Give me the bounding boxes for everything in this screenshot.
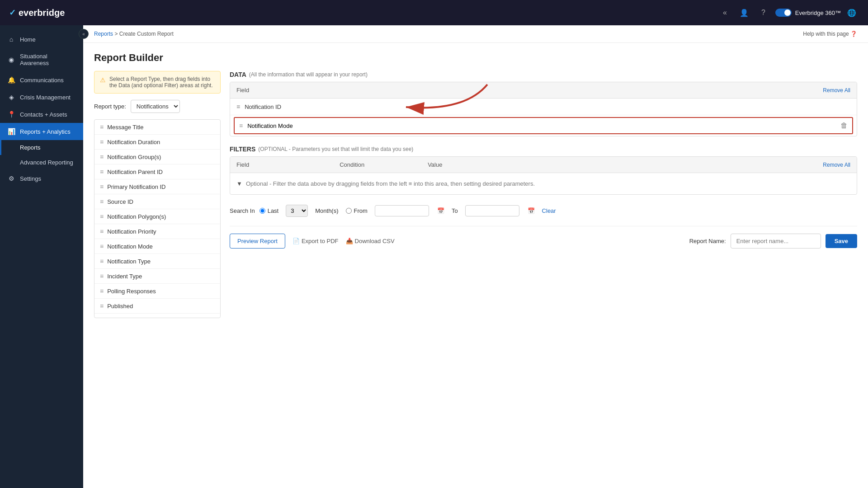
field-label: Primary Notification ID (107, 183, 165, 190)
radio-from-option[interactable]: From (346, 207, 368, 214)
situational-awareness-icon: ◉ (7, 56, 15, 63)
last-value-select[interactable]: 1 2 3 6 12 (286, 205, 308, 217)
field-item-published-to[interactable]: ≡ Published to (94, 314, 220, 318)
breadcrumb: Reports > Create Custom Report Help with… (83, 25, 868, 43)
report-type-select[interactable]: Notifications Contacts Events Assets (131, 100, 180, 113)
filters-remove-all-button[interactable]: Remove All (823, 162, 850, 168)
data-table: Field Remove All ≡ Notification ID ≡ Not… (230, 82, 857, 136)
to-date-input[interactable] (465, 205, 519, 216)
user-button[interactable]: 👤 (737, 7, 751, 19)
radio-group: Last 1 2 3 6 12 Month(s) (259, 205, 556, 217)
field-label: Notification Type (107, 258, 151, 265)
field-label: Published (107, 303, 133, 310)
field-item-polling-responses[interactable]: ≡ Polling Responses (94, 284, 220, 299)
topbar-right: « 👤 ? Everbridge 360™ 🌐 (720, 7, 859, 19)
sidebar-collapse-button[interactable]: « (79, 29, 89, 39)
field-label: Polling Responses (107, 288, 156, 295)
data-remove-all-button[interactable]: Remove All (823, 87, 850, 94)
sidebar-item-communications[interactable]: 🔔 Communications (0, 71, 83, 89)
field-item-notification-parent-id[interactable]: ≡ Notification Parent ID (94, 164, 220, 179)
sidebar-item-settings[interactable]: ⚙ Settings (0, 170, 83, 187)
clear-button[interactable]: Clear (542, 207, 556, 214)
sidebar-item-home[interactable]: ⌂ Home (0, 31, 83, 48)
sidebar-item-reports-analytics[interactable]: 📊 Reports + Analytics (0, 123, 83, 140)
field-item-notification-groups[interactable]: ≡ Notification Group(s) (94, 150, 220, 164)
field-item-published[interactable]: ≡ Published (94, 299, 220, 314)
sidebar-item-situational-awareness[interactable]: ◉ Situational Awareness (0, 48, 83, 71)
radio-from-input[interactable] (346, 208, 352, 214)
radio-last-option[interactable]: Last (259, 207, 279, 214)
crisis-management-icon: ◈ (7, 94, 15, 101)
info-text: Select a Report Type, then drag fields i… (109, 76, 215, 89)
home-icon: ⌂ (7, 36, 15, 43)
toggle-switch[interactable] (775, 9, 792, 17)
sidebar-item-situational-awareness-label: Situational Awareness (20, 53, 76, 66)
sidebar: « ⌂ Home ◉ Situational Awareness 🔔 Commu… (0, 25, 83, 488)
field-label: Source ID (107, 198, 133, 205)
back-button[interactable]: « (720, 7, 730, 19)
breadcrumb-parent[interactable]: Reports (94, 31, 113, 37)
delete-row-button[interactable]: 🗑 (840, 122, 848, 130)
filters-section-header: FILTERS (OPTIONAL - Parameters you set t… (230, 145, 857, 153)
field-item-notification-duration[interactable]: ≡ Notification Duration (94, 135, 220, 150)
builder-layout: ⚠ Select a Report Type, then drag fields… (94, 71, 857, 318)
reports-analytics-icon: 📊 (7, 128, 15, 135)
page-title: Report Builder (94, 52, 857, 64)
months-label: Month(s) (315, 207, 338, 214)
communications-icon: 🔔 (7, 76, 15, 84)
info-box: ⚠ Select a Report Type, then drag fields… (94, 71, 221, 94)
sidebar-item-crisis-management[interactable]: ◈ Crisis Management (0, 89, 83, 106)
topbar: ✓ everbridge « 👤 ? Everbridge 360™ 🌐 (0, 0, 868, 25)
globe-icon[interactable]: 🌐 (844, 7, 859, 19)
help-button[interactable]: ? (759, 7, 768, 19)
field-list: ≡ Message Title ≡ Notification Duration … (94, 119, 221, 318)
report-name-label: Report Name: (689, 238, 726, 244)
field-item-notification-priority[interactable]: ≡ Notification Priority (94, 224, 220, 239)
drag-icon: ≡ (100, 317, 104, 318)
sidebar-item-crisis-management-label: Crisis Management (20, 94, 71, 101)
sidebar-item-advanced-reporting[interactable]: Advanced Reporting (0, 155, 83, 170)
sidebar-item-reports[interactable]: Reports (0, 140, 83, 155)
sidebar-item-reports-analytics-label: Reports + Analytics (20, 128, 71, 135)
from-date-input[interactable] (375, 205, 429, 216)
field-item-notification-mode[interactable]: ≡ Notification Mode (94, 239, 220, 254)
question-icon: ❓ (850, 31, 857, 37)
radio-last-input[interactable] (259, 208, 265, 214)
report-name-area: Report Name: Save (689, 234, 857, 249)
sidebar-item-contacts-assets[interactable]: 📍 Contacts + Assets (0, 106, 83, 123)
from-calendar-icon[interactable]: 📅 (437, 207, 444, 214)
field-item-source-id[interactable]: ≡ Source ID (94, 194, 220, 209)
search-in-label: Search In (230, 207, 255, 214)
sidebar-item-settings-label: Settings (20, 175, 41, 182)
filters-condition-col: Condition (340, 161, 364, 168)
to-label: To (452, 207, 458, 214)
download-csv-button[interactable]: 📥 Download CSV (346, 238, 395, 244)
export-pdf-button[interactable]: 📄 Export to PDF (292, 238, 339, 244)
breadcrumb-current: Create Custom Report (119, 31, 174, 37)
field-item-notification-polygon[interactable]: ≡ Notification Polygon(s) (94, 209, 220, 224)
field-item-message-title[interactable]: ≡ Message Title (94, 120, 220, 135)
filters-field-col: Field (236, 161, 249, 168)
preview-report-button[interactable]: Preview Report (230, 234, 285, 249)
drag-icon: ≡ (100, 302, 104, 310)
filters-section: FILTERS (OPTIONAL - Parameters you set t… (230, 145, 857, 221)
drag-icon: ≡ (100, 138, 104, 145)
download-csv-label: Download CSV (355, 238, 395, 244)
filters-empty-text: Optional - Filter the data above by drag… (246, 180, 535, 187)
filters-subtitle: (OPTIONAL - Parameters you set that will… (258, 146, 413, 152)
csv-icon: 📥 (346, 238, 353, 244)
drag-icon: ≡ (100, 198, 104, 205)
main-layout: « ⌂ Home ◉ Situational Awareness 🔔 Commu… (0, 25, 868, 488)
save-button[interactable]: Save (826, 234, 857, 248)
to-calendar-icon[interactable]: 📅 (528, 207, 535, 214)
report-name-input[interactable] (731, 234, 821, 249)
filters-value-col: Value (428, 161, 442, 168)
data-field-col: Field (236, 87, 249, 94)
field-item-incident-type[interactable]: ≡ Incident Type (94, 269, 220, 284)
field-item-notification-type[interactable]: ≡ Notification Type (94, 254, 220, 269)
drag-icon: ≡ (100, 168, 104, 175)
data-table-header: Field Remove All (230, 82, 857, 99)
drag-icon: ≡ (100, 287, 104, 295)
field-item-primary-notification-id[interactable]: ≡ Primary Notification ID (94, 179, 220, 194)
field-label: Notification Group(s) (107, 154, 161, 160)
